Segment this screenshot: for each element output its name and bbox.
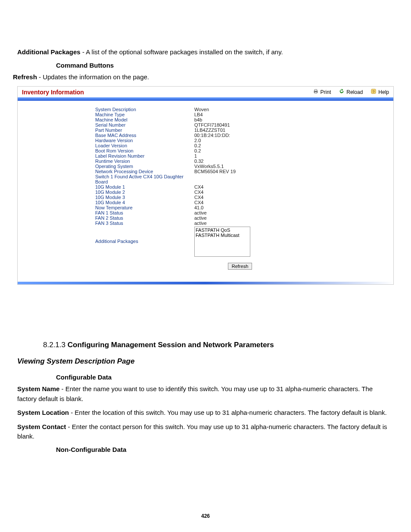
help-button[interactable]: ? Help	[371, 88, 389, 96]
info-row: Network Processing DeviceBCM56504 REV 19	[95, 169, 385, 174]
system-location-label: System Location	[17, 409, 69, 416]
system-name-para: System Name - Enter the name you want to…	[17, 384, 394, 404]
info-row: Label Revision Number1	[95, 153, 385, 159]
section-title: Configuring Management Session and Netwo…	[68, 341, 274, 349]
info-row: FAN 3 Statusactive	[95, 221, 385, 226]
info-label: System Description	[95, 107, 194, 112]
panel-divider-bottom	[18, 282, 393, 284]
info-label: Switch 1 Found Active CX4 10G Daughter B…	[95, 174, 194, 184]
additional-packages-textarea[interactable]	[194, 227, 250, 257]
help-icon: ?	[371, 88, 377, 96]
info-label: Operating System	[95, 164, 194, 169]
inventory-panel: Inventory Information Print Reload	[17, 86, 394, 285]
info-row: FAN 2 Statusactive	[95, 215, 385, 221]
system-contact-text: - Enter the contact person for this swit…	[17, 423, 387, 440]
info-row: Hardware Version2.0	[95, 138, 385, 143]
info-label: Machine Model	[95, 117, 194, 122]
info-value: QTFCFI7180491	[194, 122, 230, 128]
reload-icon	[339, 88, 345, 96]
info-label: Runtime Version	[95, 159, 194, 164]
info-row: Base MAC Address00:1B:24:1D:DD:	[95, 133, 385, 138]
system-location-para: System Location - Enter the location of …	[17, 408, 394, 418]
info-row: Machine TypeLB4	[95, 112, 385, 117]
info-label: FAN 3 Status	[95, 221, 194, 226]
info-label: Loader Version	[95, 143, 194, 148]
command-buttons-heading: Command Buttons	[56, 62, 394, 69]
info-value: CX4	[194, 184, 203, 190]
section-8-2-1-3-heading: 8.2.1.3 Configuring Management Session a…	[43, 341, 394, 349]
info-value: 1LB4ZZZST01	[194, 128, 225, 133]
print-button[interactable]: Print	[313, 88, 331, 96]
panel-header: Inventory Information Print Reload	[18, 87, 393, 97]
print-label: Print	[321, 89, 331, 95]
info-row: Switch 1 Found Active CX4 10G Daughter B…	[95, 174, 385, 184]
system-name-text: - Enter the name you want to use to iden…	[17, 385, 373, 402]
info-label: FAN 2 Status	[95, 215, 194, 221]
info-row: Machine Modelb4b	[95, 117, 385, 122]
printer-icon	[313, 88, 319, 96]
section-number: 8.2.1.3	[43, 341, 68, 349]
info-value: 0.2	[194, 143, 201, 148]
info-row: 10G Module 2CX4	[95, 190, 385, 195]
info-value: 1	[194, 153, 197, 159]
info-value: VxWorks5.5.1	[194, 164, 224, 169]
reload-button[interactable]: Reload	[339, 88, 363, 96]
additional-packages-text: - A list of the optional software packag…	[81, 48, 283, 56]
info-value: 0.32	[194, 159, 203, 164]
additional-packages-row-label: Additional Packages	[95, 227, 194, 244]
info-row: System DescriptionWoven	[95, 107, 385, 112]
info-value: CX4	[194, 190, 203, 195]
info-row: Operating SystemVxWorks5.5.1	[95, 164, 385, 169]
info-label: Label Revision Number	[95, 153, 194, 159]
info-value: Woven	[194, 107, 209, 112]
system-name-label: System Name	[17, 385, 59, 392]
panel-divider-top	[18, 97, 393, 101]
info-row: Runtime Version0.32	[95, 159, 385, 164]
info-body: System DescriptionWovenMachine TypeLB4Ma…	[18, 101, 393, 282]
info-label: Base MAC Address	[95, 133, 194, 138]
info-label: Network Processing Device	[95, 169, 194, 174]
info-label: 10G Module 2	[95, 190, 194, 195]
info-value: 00:1B:24:1D:DD:	[194, 133, 230, 138]
refresh-text: - Updates the information on the page.	[37, 73, 149, 81]
svg-rect-2	[314, 92, 317, 93]
info-value: 41.0	[194, 205, 203, 210]
svg-text:?: ?	[373, 90, 375, 94]
intro-additional-packages: Additional Packages - A list of the opti…	[17, 47, 394, 57]
info-row: 10G Module 3CX4	[95, 195, 385, 200]
viewing-system-description-heading: Viewing System Description Page	[17, 357, 394, 366]
info-row: Now Temperature41.0	[95, 205, 385, 210]
svg-rect-1	[314, 90, 317, 91]
info-value: 0.2	[194, 148, 201, 153]
configurable-data-heading: Configurable Data	[56, 373, 394, 381]
info-row: Serial NumberQTFCFI7180491	[95, 122, 385, 128]
reload-label: Reload	[346, 89, 363, 95]
info-value: active	[194, 215, 207, 221]
non-configurable-data-heading: Non-Configurable Data	[56, 446, 394, 453]
additional-packages-value	[194, 227, 250, 258]
info-label: Part Number	[95, 128, 194, 133]
info-value: CX4	[194, 195, 203, 200]
info-row: 10G Module 4CX4	[95, 200, 385, 205]
info-value: b4b	[194, 117, 202, 122]
info-value: BCM56504 REV 19	[194, 169, 236, 174]
info-value: CX4	[194, 200, 203, 205]
info-value: LB4	[194, 112, 203, 117]
info-label: 10G Module 4	[95, 200, 194, 205]
refresh-label: Refresh	[13, 73, 37, 81]
info-row: Part Number1LB4ZZZST01	[95, 128, 385, 133]
info-label: 10G Module 1	[95, 184, 194, 190]
panel-title: Inventory Information	[22, 89, 84, 96]
info-label: Serial Number	[95, 122, 194, 128]
system-location-text: - Enter the location of this switch. You…	[69, 409, 387, 416]
info-row: FAN 1 Statusactive	[95, 210, 385, 215]
page-number: 426	[0, 513, 411, 519]
info-label: FAN 1 Status	[95, 210, 194, 215]
intro-refresh: Refresh - Updates the information on the…	[13, 72, 394, 82]
info-label: Now Temperature	[95, 205, 194, 210]
info-label: Boot Rom Version	[95, 148, 194, 153]
system-contact-para: System Contact - Enter the contact perso…	[17, 422, 394, 442]
info-label: Machine Type	[95, 112, 194, 117]
refresh-button[interactable]: Refresh	[228, 263, 252, 270]
help-label: Help	[378, 89, 389, 95]
